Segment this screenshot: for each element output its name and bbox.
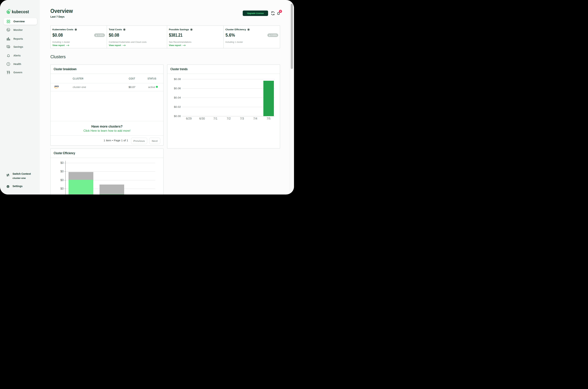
svg-text:aws: aws — [54, 85, 59, 88]
